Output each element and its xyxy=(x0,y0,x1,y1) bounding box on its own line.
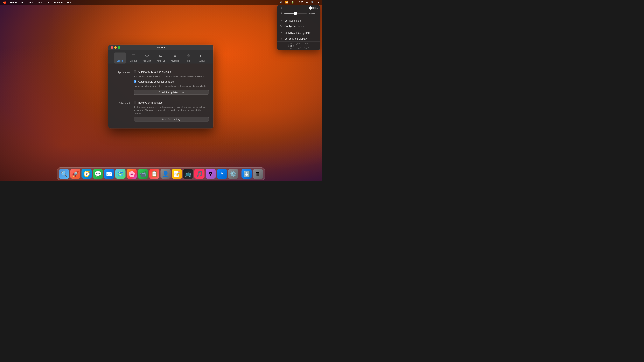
apple-menu[interactable]: 🍎 xyxy=(2,0,8,4)
menubar-volume[interactable]: 🔊 xyxy=(278,0,283,4)
dock-reminders[interactable]: 📋 xyxy=(149,169,160,179)
dock-downloads[interactable]: ⬇️ xyxy=(242,169,252,179)
set-resolution-label: Set Resolution xyxy=(284,19,315,22)
dock-appstore[interactable]: A xyxy=(217,169,227,179)
menubar-battery[interactable]: 🔋 xyxy=(290,0,295,4)
advanced-section: Advanced: Receive beta updates Try the l… xyxy=(113,98,209,125)
advanced-controls: Receive beta updates Try the latest feat… xyxy=(134,101,209,121)
main-display-check-icon: ⊙ xyxy=(280,37,283,40)
dock-messages[interactable]: 💬 xyxy=(93,169,103,179)
tab-keyboard[interactable]: Keyboard xyxy=(154,53,168,63)
menubar-wifi[interactable]: 📶 xyxy=(284,0,289,4)
resolution-thumb[interactable] xyxy=(294,12,297,15)
beta-checkbox[interactable] xyxy=(134,101,136,104)
tab-pro[interactable]: Pro xyxy=(182,53,195,63)
resolution-value: 1656x932 xyxy=(308,12,318,14)
resolution-slider-track[interactable] xyxy=(284,13,307,14)
dock-facetime[interactable]: 📹 xyxy=(138,169,148,179)
config-protection-icon: 🛡 xyxy=(280,24,283,27)
tab-about-label: About xyxy=(199,60,204,62)
menubar-right: 🔊 📶 🔋 12:00 ⊞ 🔍 ☁ xyxy=(278,0,320,4)
dialog-title: General xyxy=(156,46,166,49)
display-small-icon: 🖥 xyxy=(280,12,283,15)
dock-photos[interactable]: 🌸 xyxy=(127,169,137,179)
dock-safari[interactable]: 🧭 xyxy=(82,169,92,179)
auto-update-label: Automatically check for updates xyxy=(138,80,174,83)
menubar-finder[interactable]: Finder xyxy=(9,0,19,4)
dock-contacts[interactable]: 👤 xyxy=(160,169,171,179)
svg-rect-9 xyxy=(147,57,148,57)
application-controls: Automatically launch on login You can al… xyxy=(134,70,209,95)
hidpi-label: High Resolution (HiDPI) xyxy=(284,32,318,35)
application-label: Application: xyxy=(113,70,131,95)
dock-separator xyxy=(240,171,240,179)
main-display-label: Set as Main Display xyxy=(284,37,318,40)
svg-rect-7 xyxy=(147,55,148,56)
popover-close-btn[interactable]: ✕ xyxy=(304,43,309,48)
dock-launchpad[interactable]: 🚀 xyxy=(70,169,80,179)
check-updates-button[interactable]: Check for Updates Now xyxy=(134,90,209,95)
auto-update-checkbox[interactable] xyxy=(134,80,136,83)
popover-minus-btn[interactable]: – xyxy=(296,43,302,48)
menubar-siri[interactable]: ☁ xyxy=(316,0,320,4)
dialog-titlebar: General xyxy=(108,45,214,50)
auto-launch-label: Automatically launch on login xyxy=(138,70,171,73)
hidpi-row[interactable]: ⊙ High Resolution (HiDPI) xyxy=(278,30,320,36)
popover-settings-btn[interactable]: ⊙ xyxy=(288,43,294,48)
dock-appletv[interactable]: 📺 xyxy=(183,169,193,179)
svg-point-16 xyxy=(174,55,176,57)
dock-trash[interactable]: 🗑 xyxy=(253,169,263,179)
dock-maps[interactable]: 🗺️ xyxy=(116,169,126,179)
dialog-content: Application: Automatically launch on log… xyxy=(108,63,214,129)
auto-launch-row: Automatically launch on login xyxy=(134,70,209,73)
advanced-label: Advanced: xyxy=(113,101,131,121)
menubar-go[interactable]: Go xyxy=(45,0,52,4)
auto-update-hint: Periodically check for updates upon and … xyxy=(134,85,209,88)
set-resolution-chevron: › xyxy=(317,19,318,22)
set-resolution-row[interactable]: 🖥 Set Resolution › xyxy=(278,18,320,23)
set-resolution-icon: 🖥 xyxy=(280,19,283,22)
menubar-window[interactable]: Window xyxy=(53,0,65,4)
menubar-spotlight[interactable]: 🔍 xyxy=(310,0,315,4)
dock-finder[interactable]: 🔍 xyxy=(59,169,69,179)
brightness-thumb[interactable] xyxy=(309,6,312,9)
minimize-button[interactable] xyxy=(114,46,117,48)
window-controls xyxy=(111,46,120,48)
tab-app-menu[interactable]: App Menu xyxy=(140,53,154,63)
main-display-row[interactable]: ⊙ Set as Main Display xyxy=(278,36,320,41)
dock-music[interactable]: 🎵 xyxy=(194,169,204,179)
tab-displays[interactable]: Displays xyxy=(127,53,140,63)
menubar-view[interactable]: View xyxy=(36,0,44,4)
tab-about[interactable]: About xyxy=(196,53,208,63)
config-protection-chevron: › xyxy=(317,25,318,27)
dock: 🔍 🚀 🧭 💬 ✉️ 🗺️ 🌸 📹 📋 👤 📝 📺 🎵 🎙 A ⚙️ ⬇️ 🗑 xyxy=(57,168,265,180)
auto-launch-hint: You can also drag the app to Login Items… xyxy=(134,75,209,78)
config-protection-row[interactable]: 🛡 Config Protection › xyxy=(278,23,320,29)
svg-rect-10 xyxy=(160,55,163,57)
tab-displays-label: Displays xyxy=(130,60,137,62)
tab-advanced[interactable]: Advanced xyxy=(168,53,182,63)
tab-general[interactable]: General xyxy=(114,53,126,63)
menubar-control-center[interactable]: ⊞ xyxy=(306,0,309,4)
brightness-slider-track[interactable] xyxy=(284,7,310,8)
displays-tab-icon xyxy=(132,54,135,59)
beta-hint: Try the latest features by enrolling as … xyxy=(134,105,209,114)
menubar-file[interactable]: File xyxy=(20,0,27,4)
dock-notes[interactable]: 📝 xyxy=(172,169,182,179)
menubar: 🍎 Finder File Edit View Go Window Help 🔊… xyxy=(0,0,322,5)
maximize-button[interactable] xyxy=(118,46,120,48)
svg-rect-15 xyxy=(160,56,162,57)
general-dialog: General General xyxy=(108,45,214,129)
auto-update-row: Automatically check for updates xyxy=(134,80,209,83)
dock-syspreferences[interactable]: ⚙️ xyxy=(228,169,238,179)
reset-settings-button[interactable]: Reset App Settings xyxy=(134,117,209,121)
menubar-help[interactable]: Help xyxy=(66,0,74,4)
toolbar: General Displays xyxy=(108,50,214,63)
dock-podcasts[interactable]: 🎙 xyxy=(206,169,216,179)
menubar-edit[interactable]: Edit xyxy=(28,0,35,4)
dock-mail[interactable]: ✉️ xyxy=(104,169,114,179)
close-button[interactable] xyxy=(111,46,113,48)
svg-rect-1 xyxy=(118,56,122,56)
brightness-value: 100% xyxy=(312,7,318,9)
auto-launch-checkbox[interactable] xyxy=(134,70,136,73)
